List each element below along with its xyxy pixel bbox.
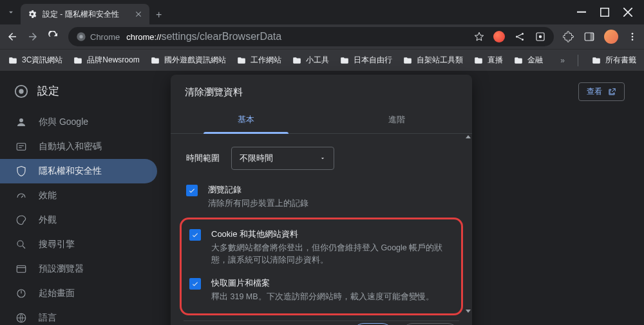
- bookmark-item[interactable]: 金融: [513, 55, 543, 66]
- clear-browsing-data-dialog: 清除瀏覽資料 基本 進階 時間範圍 不限時間 瀏覽記錄 清除所有同步裝置上的記錄: [171, 75, 472, 325]
- svg-rect-19: [17, 266, 26, 273]
- extensions-icon[interactable]: [563, 31, 574, 42]
- speedometer-icon: [15, 190, 27, 201]
- new-tab-button[interactable]: +: [149, 5, 168, 24]
- back-icon[interactable]: [6, 31, 18, 42]
- maximize-icon[interactable]: [600, 8, 609, 17]
- sidebar-item-languages[interactable]: 語言: [0, 306, 157, 325]
- highlighted-options: Cookie 和其他網站資料 大多數網站都會將你登出，但你仍會維持登入 Goog…: [180, 218, 463, 315]
- chevron-down-icon[interactable]: [6, 8, 15, 17]
- sidebar-item-search[interactable]: 搜尋引擎: [0, 232, 157, 257]
- separator: [578, 55, 578, 66]
- sidebar-item-autofill[interactable]: 自動填入和密碼: [0, 135, 157, 159]
- reload-icon[interactable]: [48, 31, 59, 42]
- bookmark-item[interactable]: 國外遊戲資訊網站: [150, 55, 226, 66]
- bookmark-item[interactable]: 直播: [473, 55, 503, 66]
- bookmark-item[interactable]: 工作網站: [236, 55, 281, 66]
- site-identity-label: Chrome: [90, 32, 120, 42]
- open-external-icon: [607, 88, 616, 97]
- option-cookies[interactable]: Cookie 和其他網站資料 大多數網站都會將你登出，但你仍會維持登入 Goog…: [187, 223, 456, 273]
- browser-toolbar: Chrome chrome://settings/clearBrowserDat…: [0, 24, 644, 49]
- option-title: 快取圖片和檔案: [211, 277, 434, 289]
- folder-icon: [339, 56, 350, 65]
- sidepanel-icon[interactable]: [583, 31, 595, 42]
- install-app-icon[interactable]: [535, 31, 546, 42]
- browser-tab[interactable]: 設定 - 隱私權和安全性: [21, 4, 149, 24]
- person-icon: [15, 116, 27, 128]
- sidebar-item-appearance[interactable]: 外觀: [0, 208, 157, 232]
- share-icon[interactable]: [514, 31, 526, 42]
- kebab-menu-icon[interactable]: [627, 32, 638, 42]
- checkbox[interactable]: [189, 229, 201, 241]
- svg-point-6: [522, 39, 524, 41]
- close-icon[interactable]: [134, 10, 143, 19]
- checkbox[interactable]: [186, 185, 198, 196]
- profile-avatar[interactable]: [604, 30, 618, 44]
- svg-point-13: [632, 39, 634, 41]
- svg-point-16: [19, 118, 23, 122]
- site-identity: Chrome: [76, 32, 120, 42]
- sidebar-item-startup[interactable]: 起始畫面: [0, 281, 157, 306]
- option-browsing-history[interactable]: 瀏覽記錄 清除所有同步裝置上的記錄: [184, 179, 459, 216]
- globe-icon: [15, 312, 27, 324]
- checkbox[interactable]: [189, 278, 201, 290]
- shield-icon: [15, 165, 27, 177]
- dialog-tabs: 基本 進階: [171, 106, 472, 134]
- page-title: 設定: [37, 84, 59, 98]
- folder-icon: [73, 56, 83, 65]
- option-desc: 清除所有同步裝置上的記錄: [208, 198, 308, 210]
- sidebar-item-performance[interactable]: 效能: [0, 183, 157, 208]
- star-icon[interactable]: [474, 32, 484, 42]
- chrome-logo-icon: [14, 84, 28, 98]
- window-titlebar: 設定 - 隱私權和安全性 +: [0, 0, 644, 24]
- option-desc: 釋出 319 MB。下次造訪部分網站時，載入速度可能會變慢。: [211, 291, 434, 303]
- bookmarks-overflow-icon[interactable]: »: [560, 56, 565, 65]
- folder-icon: [150, 56, 160, 65]
- svg-rect-17: [17, 144, 26, 151]
- extension-icon[interactable]: [493, 31, 505, 42]
- sidebar-item-privacy[interactable]: 隱私權和安全性: [0, 159, 157, 183]
- browser-icon: [15, 263, 27, 275]
- palette-icon: [15, 214, 27, 226]
- svg-rect-0: [577, 12, 586, 13]
- minimize-icon[interactable]: [577, 8, 586, 17]
- svg-rect-1: [601, 8, 609, 17]
- option-cached[interactable]: 快取圖片和檔案 釋出 319 MB。下次造訪部分網站時，載入速度可能會變慢。: [187, 272, 456, 310]
- url-text: chrome://settings/clearBrowserData: [126, 31, 281, 42]
- time-range-select[interactable]: 不限時間: [231, 147, 334, 170]
- bookmark-item[interactable]: 小工具: [292, 55, 329, 66]
- power-icon: [15, 288, 27, 299]
- settings-sidebar: 設定 你與 Google 自動填入和密碼 隱私權和安全性 效能 外觀 搜尋引擎 …: [0, 71, 166, 325]
- address-bar[interactable]: Chrome chrome://settings/clearBrowserDat…: [68, 27, 554, 46]
- svg-point-11: [632, 33, 634, 35]
- bookmark-item[interactable]: 日本自由行: [339, 55, 392, 66]
- view-button[interactable]: 查看: [578, 82, 625, 101]
- sidebar-item-you-and-google[interactable]: 你與 Google: [0, 110, 157, 135]
- search-icon: [15, 239, 27, 250]
- chrome-logo-icon: [76, 32, 86, 42]
- folder-icon: [591, 56, 601, 65]
- svg-point-4: [516, 36, 518, 38]
- folder-icon: [8, 56, 18, 65]
- folder-icon: [473, 56, 484, 65]
- close-window-icon[interactable]: [623, 8, 632, 17]
- gear-icon: [27, 9, 37, 19]
- bookmark-item[interactable]: 自架站工具類: [402, 55, 463, 66]
- window-controls: [577, 8, 644, 17]
- page-content: 設定 你與 Google 自動填入和密碼 隱私權和安全性 效能 外觀 搜尋引擎 …: [0, 71, 644, 325]
- tab-advanced[interactable]: 進階: [321, 106, 472, 133]
- folder-icon: [402, 56, 413, 65]
- bookmark-item[interactable]: 3C資訊網站: [8, 55, 62, 66]
- dialog-title: 清除瀏覽資料: [171, 75, 472, 106]
- tab-basic[interactable]: 基本: [171, 106, 321, 133]
- option-title: 瀏覽記錄: [208, 184, 308, 196]
- forward-icon[interactable]: [27, 31, 39, 42]
- option-desc: 大多數網站都會將你登出，但你仍會維持登入 Google 帳戶的狀態，讓系統可以清…: [211, 242, 453, 266]
- folder-icon: [236, 56, 247, 65]
- sidebar-item-default-browser[interactable]: 預設瀏覽器: [0, 257, 157, 281]
- scrollbar[interactable]: [467, 134, 471, 314]
- all-bookmarks[interactable]: 所有書籤: [591, 55, 636, 66]
- bookmark-item[interactable]: 品牌Newsroom: [73, 55, 139, 66]
- bookmarks-bar: 3C資訊網站 品牌Newsroom 國外遊戲資訊網站 工作網站 小工具 日本自由…: [0, 49, 644, 71]
- svg-point-12: [632, 36, 634, 38]
